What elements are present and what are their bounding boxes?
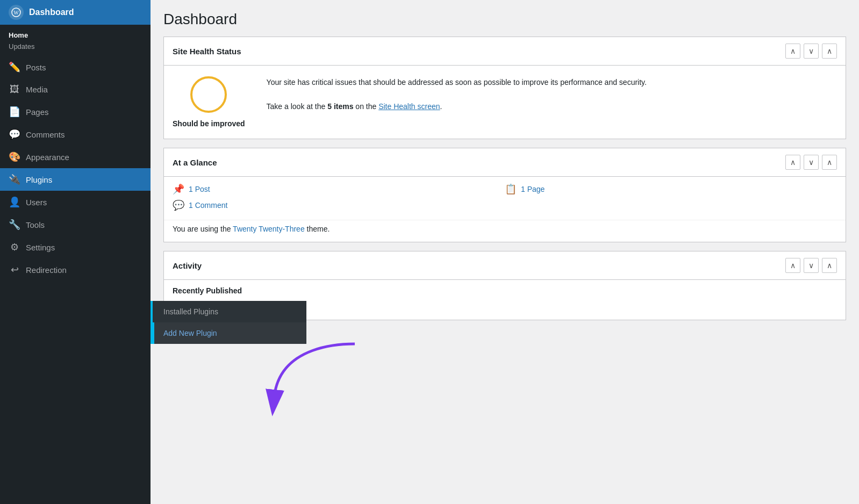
sidebar-item-users[interactable]: 👤 Users [0, 191, 151, 213]
pages-icon: 📄 [9, 106, 20, 118]
sidebar-item-users-label: Users [26, 198, 47, 207]
at-a-glance-collapse-btn[interactable]: ∧ [785, 155, 800, 170]
sidebar-item-tools-label: Tools [26, 220, 45, 229]
sidebar-item-appearance-label: Appearance [26, 153, 69, 162]
sidebar-item-appearance[interactable]: 🎨 Appearance [0, 146, 151, 168]
sidebar-header-title: Dashboard [29, 8, 74, 17]
activity-expand-btn[interactable]: ∨ [804, 258, 819, 273]
site-health-close-btn[interactable]: ∧ [822, 44, 837, 59]
site-health-widget: Site Health Status ∧ ∨ ∧ Should be impro… [163, 37, 846, 139]
at-a-glance-grid: 📌 1 Post 📋 1 Page 💬 1 Comment [164, 177, 846, 218]
glance-posts-item: 📌 1 Post [173, 183, 505, 195]
site-health-title: Site Health Status [173, 47, 241, 56]
sidebar-item-plugins-label: Plugins [26, 175, 52, 184]
health-cta-bold: 5 items [327, 102, 353, 111]
activity-close-btn[interactable]: ∧ [822, 258, 837, 273]
appearance-icon: 🎨 [9, 151, 20, 163]
page-icon: 📋 [505, 183, 517, 195]
glance-comments-link[interactable]: 1 Comment [189, 201, 227, 210]
health-status-circle [190, 76, 227, 113]
health-cta-paragraph: Take a look at the 5 items on the Site H… [267, 100, 647, 112]
media-icon: 🖼 [9, 84, 20, 95]
theme-link[interactable]: Twenty Twenty-Three [233, 225, 305, 233]
recently-published-label: Recently Published [173, 286, 837, 295]
site-health-controls: ∧ ∨ ∧ [785, 44, 837, 59]
sidebar-item-comments[interactable]: 💬 Comments [0, 123, 151, 146]
sidebar-item-settings-label: Settings [26, 243, 55, 252]
site-health-header: Site Health Status ∧ ∨ ∧ [164, 37, 846, 66]
submenu-installed-plugins[interactable]: Installed Plugins [153, 301, 306, 322]
at-a-glance-header: At a Glance ∧ ∨ ∧ [164, 148, 846, 177]
glance-posts-link[interactable]: 1 Post [189, 185, 210, 193]
wp-logo-icon: W [9, 5, 24, 20]
sidebar-header[interactable]: W Dashboard [0, 0, 151, 25]
sidebar-item-pages-label: Pages [26, 107, 49, 117]
sidebar-item-posts-label: Posts [26, 63, 46, 72]
sidebar-item-media[interactable]: 🖼 Media [0, 78, 151, 100]
site-health-collapse-btn[interactable]: ∧ [785, 44, 800, 59]
theme-prefix: You are using the [173, 225, 233, 233]
redirection-icon: ↩ [9, 264, 20, 276]
health-cta-prefix: Take a look at the [267, 102, 328, 111]
activity-title: Activity [173, 261, 202, 270]
main-content: Dashboard Site Health Status ∧ ∨ ∧ Shoul… [151, 0, 859, 504]
at-a-glance-widget: At a Glance ∧ ∨ ∧ 📌 1 Post 📋 1 Page 💬 1 … [163, 148, 846, 242]
glance-comments-item: 💬 1 Comment [173, 199, 505, 211]
sidebar-item-settings[interactable]: ⚙ Settings [0, 236, 151, 258]
glance-pages-link[interactable]: 1 Page [521, 185, 545, 193]
settings-icon: ⚙ [9, 241, 20, 253]
svg-text:W: W [13, 10, 19, 16]
activity-header: Activity ∧ ∨ ∧ [164, 251, 846, 280]
health-status-label: Should be improved [173, 119, 245, 128]
tools-icon: 🔧 [9, 219, 20, 231]
site-health-expand-btn[interactable]: ∨ [804, 44, 819, 59]
comment-icon: 💬 [173, 199, 184, 211]
sidebar-item-plugins[interactable]: 🔌 Plugins [0, 168, 151, 191]
sidebar-item-redirection-label: Redirection [26, 265, 67, 275]
activity-collapse-btn[interactable]: ∧ [785, 258, 800, 273]
plugins-submenu: Installed Plugins Add New Plugin [151, 301, 306, 344]
sidebar-item-tools[interactable]: 🔧 Tools [0, 213, 151, 236]
sidebar-updates-label[interactable]: Updates [0, 41, 151, 56]
plugins-icon: 🔌 [9, 174, 20, 185]
at-a-glance-close-btn[interactable]: ∧ [822, 155, 837, 170]
page-title: Dashboard [163, 11, 846, 28]
activity-controls: ∧ ∨ ∧ [785, 258, 837, 273]
submenu-add-new-plugin[interactable]: Add New Plugin [153, 322, 306, 344]
posts-icon: ✏️ [9, 61, 20, 73]
sidebar-item-redirection[interactable]: ↩ Redirection [0, 258, 151, 281]
health-cta-middle: on the [353, 102, 378, 111]
sidebar-item-comments-label: Comments [26, 130, 65, 139]
site-health-body: Should be improved Your site has critica… [164, 66, 846, 139]
sidebar-item-posts[interactable]: ✏️ Posts [0, 56, 151, 78]
glance-pages-item: 📋 1 Page [505, 183, 837, 195]
sidebar-item-pages[interactable]: 📄 Pages [0, 100, 151, 123]
health-desc-paragraph: Your site has critical issues that shoul… [267, 76, 647, 88]
sidebar-item-media-label: Media [26, 85, 48, 94]
at-a-glance-controls: ∧ ∨ ∧ [785, 155, 837, 170]
health-circle-wrapper: Should be improved [173, 76, 245, 128]
at-a-glance-expand-btn[interactable]: ∨ [804, 155, 819, 170]
pin-icon: 📌 [173, 183, 184, 195]
health-cta-suffix: . [440, 102, 442, 111]
sidebar-home-label[interactable]: Home [0, 25, 151, 41]
theme-suffix: theme. [305, 225, 330, 233]
site-health-screen-link[interactable]: Site Health screen [378, 102, 440, 111]
users-icon: 👤 [9, 196, 20, 208]
health-description-text: Your site has critical issues that shoul… [267, 76, 647, 112]
glance-theme-row: You are using the Twenty Twenty-Three th… [164, 220, 846, 242]
sidebar: W Dashboard Home Updates ✏️ Posts 🖼 Medi… [0, 0, 151, 504]
at-a-glance-title: At a Glance [173, 158, 217, 167]
comments-icon: 💬 [9, 128, 20, 140]
